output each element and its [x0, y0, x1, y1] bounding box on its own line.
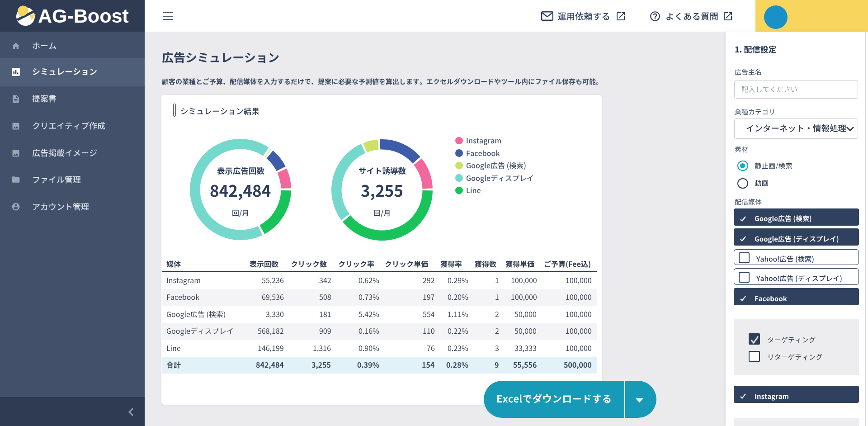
svg-text:AG-Boost: AG-Boost — [38, 5, 129, 27]
